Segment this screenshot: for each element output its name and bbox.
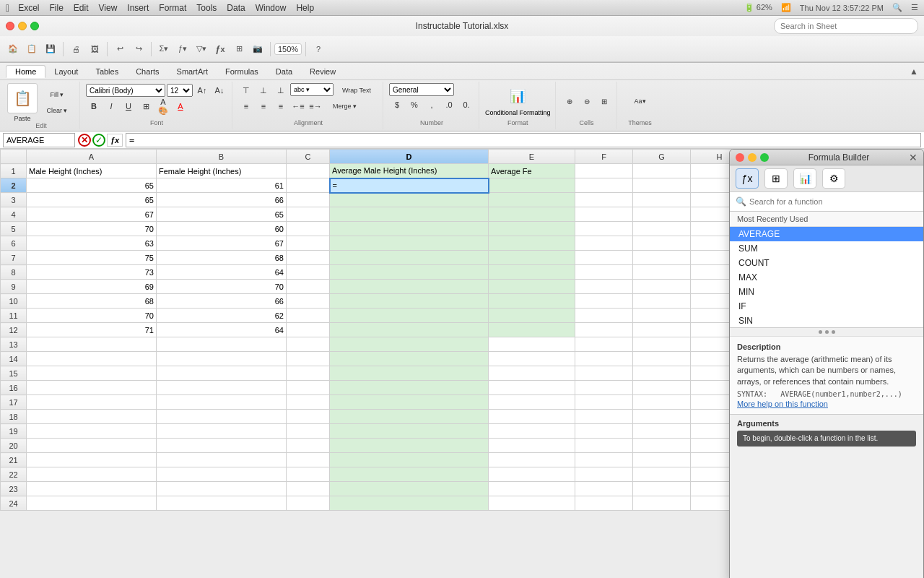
cell-c18[interactable] xyxy=(287,410,330,424)
border-btn[interactable]: ⊞ xyxy=(138,99,154,113)
font-size-select[interactable]: 12 xyxy=(167,84,193,97)
toolbar-help-btn[interactable]: ? xyxy=(310,40,327,58)
cell-c5[interactable] xyxy=(287,222,330,236)
cell-b3[interactable]: 66 xyxy=(157,193,287,207)
cell-c22[interactable] xyxy=(287,467,330,482)
cell-d13[interactable] xyxy=(330,337,489,352)
fb-more-help-link[interactable]: More help on this function xyxy=(737,400,916,408)
tab-data[interactable]: Data xyxy=(267,66,301,77)
cell-e11[interactable] xyxy=(489,309,575,323)
clear-btn[interactable]: Clear ▾ xyxy=(39,103,75,118)
col-header-d[interactable]: D xyxy=(330,150,489,164)
menu-edit[interactable]: Edit xyxy=(74,3,89,13)
cell-e13[interactable] xyxy=(489,337,575,352)
toolbar-filter-btn[interactable]: ▽▾ xyxy=(193,40,210,58)
cell-f23[interactable] xyxy=(575,482,633,496)
cell-e4[interactable] xyxy=(489,207,575,222)
text-direction-select[interactable]: abc ▾ xyxy=(290,83,334,96)
cell-c16[interactable] xyxy=(287,381,330,395)
cell-a15[interactable] xyxy=(27,366,157,381)
cell-f20[interactable] xyxy=(575,439,633,453)
cell-d12[interactable] xyxy=(330,323,489,337)
cell-f18[interactable] xyxy=(575,410,633,424)
underline-btn[interactable]: U xyxy=(121,99,136,113)
cell-g5[interactable] xyxy=(633,222,691,236)
fb-function-list[interactable]: AVERAGE SUM COUNT MAX MIN IF SIN xyxy=(730,227,923,328)
currency-btn[interactable]: $ xyxy=(389,98,405,112)
col-header-g[interactable]: G xyxy=(633,150,691,164)
align-top-btn[interactable]: ⊤ xyxy=(238,83,254,98)
cell-g14[interactable] xyxy=(633,352,691,366)
toolbar-redo-btn[interactable]: ↪ xyxy=(130,40,147,58)
cell-e12[interactable] xyxy=(489,323,575,337)
col-header-c[interactable]: C xyxy=(287,150,330,164)
cell-f15[interactable] xyxy=(575,366,633,381)
cell-f13[interactable] xyxy=(575,337,633,352)
menu-help[interactable]: Help xyxy=(296,3,314,13)
cell-a14[interactable] xyxy=(27,352,157,366)
cell-a19[interactable] xyxy=(27,424,157,439)
cell-c21[interactable] xyxy=(287,453,330,467)
cell-f21[interactable] xyxy=(575,453,633,467)
cell-a16[interactable] xyxy=(27,381,157,395)
cell-d10[interactable] xyxy=(330,294,489,309)
cell-a20[interactable] xyxy=(27,439,157,453)
tab-tables[interactable]: Tables xyxy=(87,66,127,77)
cell-g8[interactable] xyxy=(633,265,691,280)
cell-b23[interactable] xyxy=(157,482,287,496)
col-header-b[interactable]: B xyxy=(157,150,287,164)
delete-cells-btn[interactable]: ⊖ xyxy=(579,94,595,108)
cell-b14[interactable] xyxy=(157,352,287,366)
fill-color-btn[interactable]: A🎨 xyxy=(155,99,171,113)
cell-e20[interactable] xyxy=(489,439,575,453)
cell-c19[interactable] xyxy=(287,424,330,439)
cell-d18[interactable] xyxy=(330,410,489,424)
cell-g6[interactable] xyxy=(633,236,691,251)
cell-a22[interactable] xyxy=(27,467,157,482)
toolbar-btn-1[interactable]: 🏠 xyxy=(4,40,22,58)
cell-e1[interactable]: Average Fe xyxy=(489,164,575,178)
cell-g18[interactable] xyxy=(633,410,691,424)
cell-f5[interactable] xyxy=(575,222,633,236)
cell-b6[interactable]: 67 xyxy=(157,236,287,251)
fb-function-average[interactable]: AVERAGE xyxy=(730,227,923,241)
cell-c9[interactable] xyxy=(287,280,330,294)
window-maximize-button[interactable] xyxy=(30,22,39,30)
name-box[interactable]: AVERAGE xyxy=(3,133,75,147)
fb-close-icon[interactable]: ✕ xyxy=(909,152,918,163)
cell-b4[interactable]: 65 xyxy=(157,207,287,222)
cell-d21[interactable] xyxy=(330,453,489,467)
cell-a11[interactable]: 70 xyxy=(27,309,157,323)
tab-smartart[interactable]: SmartArt xyxy=(168,66,217,77)
cell-e15[interactable] xyxy=(489,366,575,381)
cell-g2[interactable] xyxy=(633,178,691,193)
col-header-a[interactable]: A xyxy=(27,150,157,164)
cell-a13[interactable] xyxy=(27,337,157,352)
cell-d23[interactable] xyxy=(330,482,489,496)
toolbar-func-btn[interactable]: ƒ▾ xyxy=(174,40,191,58)
cell-b16[interactable] xyxy=(157,381,287,395)
cell-g12[interactable] xyxy=(633,323,691,337)
cell-b10[interactable]: 66 xyxy=(157,294,287,309)
align-center-btn[interactable]: ≡ xyxy=(256,99,271,113)
fb-max-btn[interactable] xyxy=(760,153,769,162)
font-increase-btn[interactable]: A↑ xyxy=(194,83,210,98)
cell-e16[interactable] xyxy=(489,381,575,395)
cell-f17[interactable] xyxy=(575,395,633,410)
window-minimize-button[interactable] xyxy=(18,22,27,30)
cell-b15[interactable] xyxy=(157,366,287,381)
cell-c24[interactable] xyxy=(287,496,330,511)
cell-d7[interactable] xyxy=(330,251,489,265)
toolbar-camera-btn[interactable]: 📷 xyxy=(249,40,266,58)
cell-b5[interactable]: 60 xyxy=(157,222,287,236)
fb-settings-icon-btn[interactable]: ⚙ xyxy=(822,168,845,189)
align-left-btn[interactable]: ≡ xyxy=(238,99,254,113)
cell-a24[interactable] xyxy=(27,496,157,511)
cell-d20[interactable] xyxy=(330,439,489,453)
cell-f3[interactable] xyxy=(575,193,633,207)
cell-a21[interactable] xyxy=(27,453,157,467)
menu-window[interactable]: Window xyxy=(256,3,287,13)
confirm-formula-btn[interactable]: ✓ xyxy=(92,134,105,147)
cell-b13[interactable] xyxy=(157,337,287,352)
cell-d19[interactable] xyxy=(330,424,489,439)
